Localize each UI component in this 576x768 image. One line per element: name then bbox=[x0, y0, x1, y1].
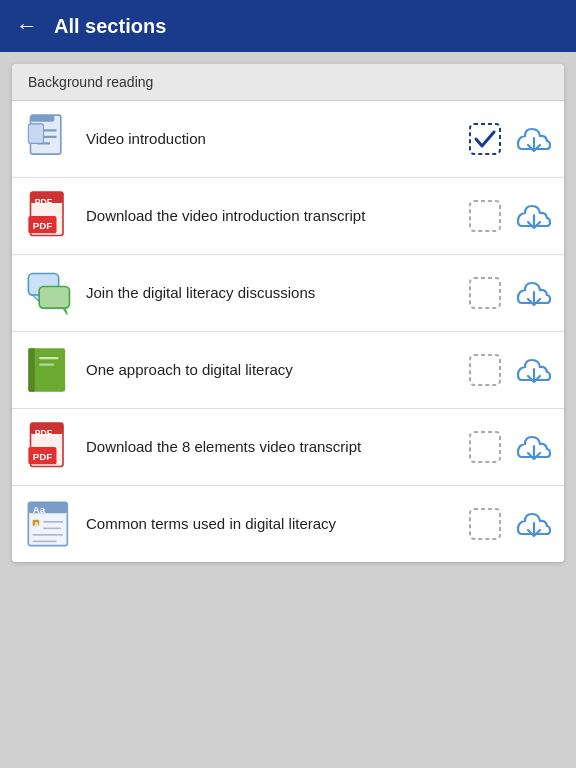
list-item[interactable]: Aa A Common terms used in digital litera… bbox=[12, 486, 564, 562]
svg-text:A: A bbox=[34, 520, 40, 529]
book-icon bbox=[24, 344, 76, 396]
checkbox-common-terms[interactable] bbox=[468, 507, 502, 541]
svg-rect-32 bbox=[470, 432, 500, 462]
page-title: All sections bbox=[54, 15, 166, 38]
item-actions-digital-literacy-approach bbox=[468, 350, 552, 390]
item-actions-digital-literacy-discussions bbox=[468, 273, 552, 313]
list-item[interactable]: One approach to digital literacy bbox=[12, 332, 564, 409]
item-text-common-terms: Common terms used in digital literacy bbox=[86, 514, 460, 534]
item-actions-elements-video-transcript bbox=[468, 427, 552, 467]
download-button-digital-literacy-discussions[interactable] bbox=[512, 273, 552, 313]
svg-marker-18 bbox=[63, 308, 67, 315]
checkbox-digital-literacy-approach[interactable] bbox=[468, 353, 502, 387]
app-header: ← All sections bbox=[0, 0, 576, 52]
checkbox-video-transcript[interactable] bbox=[468, 199, 502, 233]
item-text-video-transcript: Download the video introduction transcri… bbox=[86, 206, 460, 226]
pdf-icon: PDF PDF bbox=[24, 421, 76, 473]
pdf-icon: PDF PDF bbox=[24, 190, 76, 242]
svg-text:PDF: PDF bbox=[33, 451, 53, 462]
doc-icon bbox=[24, 113, 76, 165]
svg-rect-19 bbox=[470, 278, 500, 308]
item-actions-video-intro bbox=[468, 119, 552, 159]
chat-icon bbox=[24, 267, 76, 319]
item-text-digital-literacy-discussions: Join the digital literacy discussions bbox=[86, 283, 460, 303]
svg-rect-22 bbox=[28, 348, 34, 391]
content-card: Background reading Video introduction bbox=[12, 64, 564, 562]
svg-rect-1 bbox=[31, 115, 55, 122]
svg-text:PDF: PDF bbox=[33, 220, 53, 231]
item-text-elements-video-transcript: Download the 8 elements video transcript bbox=[86, 437, 460, 457]
svg-rect-24 bbox=[39, 364, 54, 366]
download-button-common-terms[interactable] bbox=[512, 504, 552, 544]
checkbox-elements-video-transcript[interactable] bbox=[468, 430, 502, 464]
download-button-elements-video-transcript[interactable] bbox=[512, 427, 552, 467]
item-list: Video introduction PDF PDF Download bbox=[12, 101, 564, 562]
svg-rect-13 bbox=[470, 201, 500, 231]
back-button[interactable]: ← bbox=[16, 13, 38, 39]
svg-rect-23 bbox=[39, 357, 59, 359]
dict-icon: Aa A bbox=[24, 498, 76, 550]
download-button-video-intro[interactable] bbox=[512, 119, 552, 159]
list-item[interactable]: PDF PDF Download the video introduction … bbox=[12, 178, 564, 255]
download-button-video-transcript[interactable] bbox=[512, 196, 552, 236]
item-actions-common-terms bbox=[468, 504, 552, 544]
list-item[interactable]: Join the digital literacy discussions bbox=[12, 255, 564, 332]
svg-rect-25 bbox=[470, 355, 500, 385]
svg-rect-5 bbox=[28, 124, 43, 143]
svg-text:Aa: Aa bbox=[33, 504, 46, 515]
checkbox-digital-literacy-discussions[interactable] bbox=[468, 276, 502, 310]
item-actions-video-transcript bbox=[468, 196, 552, 236]
svg-text:PDF: PDF bbox=[35, 428, 52, 438]
svg-rect-43 bbox=[470, 509, 500, 539]
download-button-digital-literacy-approach[interactable] bbox=[512, 350, 552, 390]
svg-text:PDF: PDF bbox=[35, 197, 52, 207]
list-item[interactable]: Video introduction bbox=[12, 101, 564, 178]
section-label: Background reading bbox=[12, 64, 564, 101]
item-text-digital-literacy-approach: One approach to digital literacy bbox=[86, 360, 460, 380]
list-item[interactable]: PDF PDF Download the 8 elements video tr… bbox=[12, 409, 564, 486]
svg-rect-17 bbox=[39, 287, 69, 309]
checkbox-video-intro[interactable] bbox=[468, 122, 502, 156]
item-text-video-intro: Video introduction bbox=[86, 129, 460, 149]
